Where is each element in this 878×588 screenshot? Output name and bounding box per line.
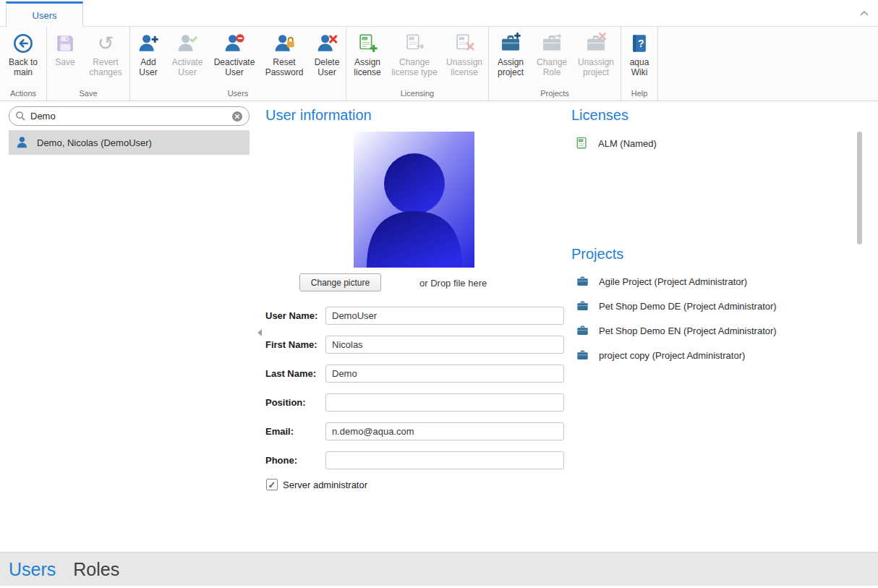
- change-role-icon: [541, 31, 563, 55]
- email-label: Email:: [265, 422, 325, 440]
- ribbon: Back to main Actions Save ↺: [0, 26, 878, 101]
- ribbon-group-label: Actions: [1, 88, 46, 101]
- assign-project-icon: [500, 31, 521, 55]
- back-icon: [12, 31, 34, 55]
- user-icon: [16, 135, 30, 150]
- licenses-title: Licenses: [571, 107, 628, 124]
- button-label: Delete User: [312, 57, 342, 77]
- collapse-ribbon-icon[interactable]: [859, 7, 869, 20]
- project-list-item[interactable]: Pet Shop Demo DE (Project Administrator): [576, 294, 777, 318]
- user-list-item[interactable]: Demo, Nicolas (DemoUser): [9, 130, 250, 155]
- footer-tab-users[interactable]: Users: [9, 559, 56, 580]
- footer-tab-roles[interactable]: Roles: [73, 559, 119, 580]
- user-name-input[interactable]: [325, 307, 564, 325]
- tab-strip: Users: [0, 0, 878, 26]
- assign-license-icon: LIC: [357, 31, 378, 55]
- reset-password-icon: [273, 31, 295, 55]
- avatar: [354, 132, 474, 268]
- button-label: Reset Password: [263, 57, 306, 77]
- button-label: Assign license: [350, 57, 385, 77]
- aqua-wiki-button[interactable]: ? aqua Wiki: [623, 29, 655, 80]
- revert-changes-button[interactable]: ↺ Revert changes: [84, 29, 127, 80]
- checkmark-icon: ✓: [268, 480, 276, 490]
- footer-bar: Users Roles: [0, 552, 878, 586]
- change-picture-button[interactable]: Change picture: [299, 273, 381, 291]
- clear-search-button[interactable]: [231, 111, 243, 122]
- button-label: Assign project: [493, 57, 529, 77]
- button-label: Unassign project: [575, 57, 617, 77]
- collapse-panel-arrow-icon[interactable]: [257, 329, 262, 336]
- project-item-label: project copy (Project Administrator): [599, 350, 745, 361]
- unassign-project-button[interactable]: Unassign project: [574, 29, 618, 80]
- project-item-label: Agile Project (Project Administrator): [599, 276, 747, 287]
- ribbon-group-help: ? aqua Wiki Help: [621, 27, 658, 101]
- aqua-wiki-icon: ?: [628, 31, 650, 55]
- revert-icon: ↺: [98, 31, 114, 55]
- reset-password-button[interactable]: Reset Password: [261, 29, 307, 80]
- button-label: Change license type: [391, 57, 438, 77]
- change-license-type-icon: [404, 31, 425, 55]
- user-information-title: User information: [265, 107, 372, 124]
- unassign-license-icon: [453, 31, 475, 55]
- project-list-item[interactable]: Agile Project (Project Administrator): [576, 269, 777, 294]
- project-item-label: Pet Shop Demo DE (Project Administrator): [599, 301, 777, 312]
- user-search-box: [9, 106, 250, 126]
- ribbon-group-label: Save: [48, 88, 129, 101]
- button-label: Revert changes: [85, 57, 126, 77]
- phone-label: Phone:: [265, 451, 325, 469]
- ribbon-group-save: Save ↺ Revert changes Save: [47, 27, 130, 101]
- circle-x-icon: [231, 111, 243, 122]
- svg-text:?: ?: [638, 38, 644, 49]
- project-list-item[interactable]: Pet Shop Demo EN (Project Administrator): [576, 318, 777, 343]
- add-user-icon: [137, 31, 159, 55]
- tab-users-label: Users: [33, 10, 57, 21]
- deactivate-user-button[interactable]: Deactivate User: [210, 29, 258, 80]
- button-label: Activate User: [169, 57, 206, 77]
- position-label: Position:: [265, 393, 325, 412]
- projects-title: Projects: [571, 246, 623, 263]
- briefcase-icon: [576, 299, 589, 312]
- email-input[interactable]: [325, 422, 564, 440]
- unassign-project-icon: [585, 31, 607, 55]
- save-button[interactable]: Save: [49, 29, 81, 69]
- assign-license-button[interactable]: LIC Assign license: [349, 29, 386, 80]
- phone-input[interactable]: [325, 451, 564, 469]
- button-label: aqua Wiki: [625, 57, 654, 77]
- button-label: Unassign license: [444, 57, 485, 77]
- position-input[interactable]: [325, 393, 564, 412]
- project-item-label: Pet Shop Demo EN (Project Administrator): [599, 325, 777, 336]
- delete-user-button[interactable]: Delete User: [310, 29, 344, 80]
- project-list-item[interactable]: project copy (Project Administrator): [576, 343, 777, 367]
- ribbon-group-projects: Assign project Change Role: [489, 27, 621, 101]
- change-role-button[interactable]: Change Role: [533, 29, 571, 80]
- unassign-license-button[interactable]: Unassign license: [443, 29, 486, 80]
- delete-user-icon: [316, 31, 338, 55]
- ribbon-group-users: Add User Activate User: [130, 27, 346, 101]
- button-label: Change Role: [534, 57, 569, 77]
- ribbon-group-label: Help: [622, 88, 657, 101]
- scrollbar-thumb[interactable]: [857, 132, 862, 244]
- change-license-type-button[interactable]: Change license type: [389, 29, 440, 80]
- button-label: Deactivate User: [212, 57, 257, 77]
- license-icon: LIC: [576, 137, 589, 150]
- user-form: User Name: First Name: Last Name: Positi…: [265, 307, 566, 480]
- ribbon-group-label: Licensing: [347, 88, 487, 101]
- last-name-input[interactable]: [325, 365, 564, 383]
- briefcase-icon: [576, 275, 589, 288]
- assign-project-button[interactable]: Assign project: [491, 29, 530, 80]
- licenses-list: LIC ALM (Named): [576, 131, 657, 155]
- activate-user-button[interactable]: Activate User: [167, 29, 208, 80]
- first-name-input[interactable]: [325, 336, 564, 354]
- ribbon-group-label: Projects: [490, 88, 620, 101]
- user-list-item-label: Demo, Nicolas (DemoUser): [37, 137, 152, 148]
- tab-users[interactable]: Users: [6, 1, 83, 27]
- license-list-item[interactable]: LIC ALM (Named): [576, 131, 657, 155]
- add-user-button[interactable]: Add User: [132, 29, 164, 80]
- ribbon-group-actions: Back to main Actions: [0, 27, 47, 101]
- search-input[interactable]: [30, 111, 231, 122]
- svg-text:LIC: LIC: [362, 37, 367, 40]
- search-icon: [15, 111, 26, 122]
- ribbon-group-licensing: LIC Assign license: [346, 27, 489, 101]
- back-to-main-button[interactable]: Back to main: [2, 29, 44, 80]
- server-administrator-checkbox[interactable]: ✓: [266, 479, 278, 490]
